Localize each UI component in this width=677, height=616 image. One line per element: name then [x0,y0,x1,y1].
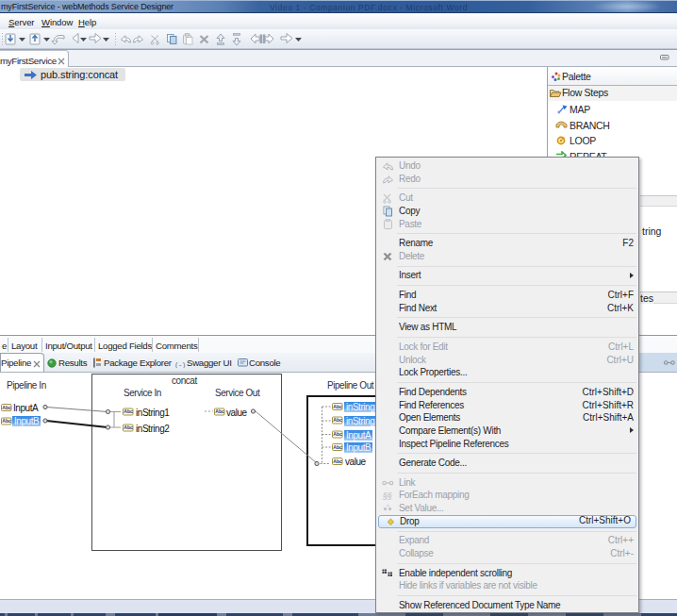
svg-text:(-): (-) [174,360,186,369]
svg-text:§§: §§ [382,491,392,501]
